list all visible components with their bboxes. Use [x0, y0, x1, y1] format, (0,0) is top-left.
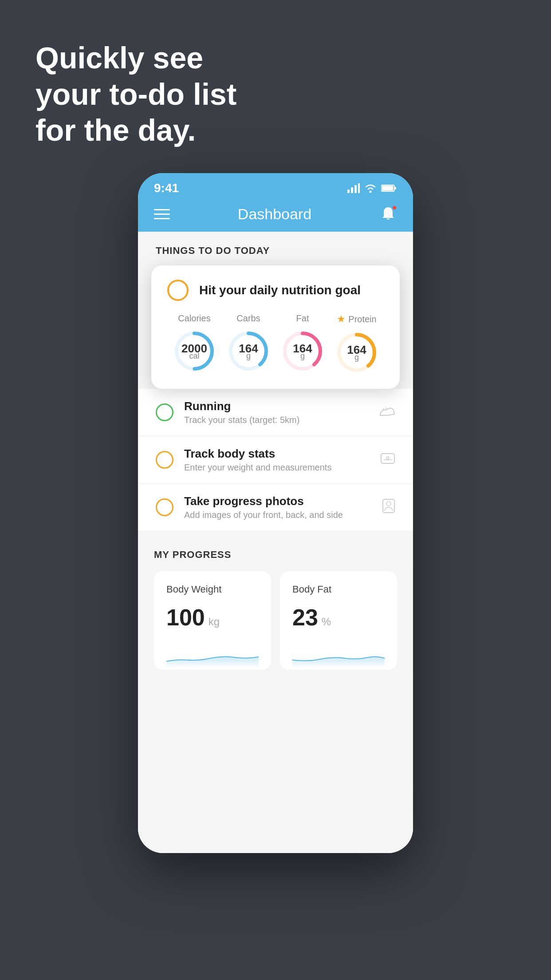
- scale-icon: [380, 452, 395, 468]
- status-icons: [347, 183, 397, 193]
- nutrition-card-header: Hit your daily nutrition goal: [167, 280, 384, 301]
- calories-ring-item: Calories 2000 cal: [172, 313, 216, 373]
- status-time: 9:41: [154, 181, 179, 195]
- svg-text:g: g: [246, 352, 251, 360]
- protein-label: ★ Protein: [337, 313, 376, 325]
- body-weight-number: 100: [166, 604, 205, 631]
- todo-circle-photos: [156, 498, 173, 516]
- fat-label: Fat: [296, 313, 309, 324]
- phone-content: THINGS TO DO TODAY Hit your daily nutrit…: [138, 232, 413, 853]
- todo-text-body-stats: Track body stats Enter your weight and m…: [184, 447, 370, 473]
- carbs-ring: 164 g: [226, 329, 271, 373]
- phone-shell: 9:41: [138, 173, 413, 853]
- hamburger-menu[interactable]: [154, 209, 170, 219]
- nav-title: Dashboard: [238, 205, 311, 223]
- progress-cards: Body Weight 100 kg: [154, 571, 397, 670]
- progress-section: MY PROGRESS Body Weight 100 kg: [138, 531, 413, 683]
- carbs-label: Carbs: [236, 313, 260, 324]
- svg-text:cal: cal: [189, 352, 199, 360]
- hero-text: Quickly see your to-do list for the day.: [35, 40, 236, 149]
- body-weight-value: 100 kg: [166, 604, 259, 631]
- nutrition-card[interactable]: Hit your daily nutrition goal Calories 2…: [151, 265, 400, 389]
- calories-label: Calories: [178, 313, 210, 324]
- things-today-title: THINGS TO DO TODAY: [156, 245, 270, 256]
- todo-subtitle-photos: Add images of your front, back, and side: [184, 510, 371, 520]
- portrait-icon: [382, 498, 395, 517]
- svg-point-4: [370, 191, 372, 193]
- body-fat-number: 23: [292, 604, 318, 631]
- hero-line2: your to-do list: [35, 76, 236, 113]
- todo-title-photos: Take progress photos: [184, 494, 371, 508]
- svg-rect-0: [347, 190, 350, 193]
- nutrition-card-title: Hit your daily nutrition goal: [199, 283, 361, 297]
- body-fat-unit: %: [322, 616, 331, 628]
- hero-line3: for the day.: [35, 112, 236, 149]
- body-weight-card[interactable]: Body Weight 100 kg: [154, 571, 271, 670]
- todo-subtitle-running: Track your stats (target: 5km): [184, 415, 369, 425]
- fat-ring: 164 g: [280, 329, 325, 373]
- todo-item-running[interactable]: Running Track your stats (target: 5km): [138, 389, 413, 436]
- protein-ring-item: ★ Protein 164 g: [335, 313, 379, 375]
- todo-list: Running Track your stats (target: 5km) T…: [138, 389, 413, 531]
- svg-rect-1: [351, 187, 353, 193]
- bell-button[interactable]: [379, 205, 397, 223]
- signal-icon: [347, 183, 360, 193]
- body-fat-label: Body Fat: [292, 584, 385, 595]
- svg-point-27: [386, 502, 391, 506]
- svg-point-25: [386, 457, 389, 459]
- status-bar: 9:41: [138, 173, 413, 198]
- calories-ring: 2000 cal: [172, 329, 216, 373]
- svg-rect-7: [394, 187, 396, 190]
- carbs-ring-item: Carbs 164 g: [226, 313, 271, 373]
- svg-rect-2: [354, 185, 357, 193]
- todo-item-body-stats[interactable]: Track body stats Enter your weight and m…: [138, 436, 413, 484]
- notification-dot: [392, 205, 397, 210]
- todo-circle-running: [156, 403, 173, 421]
- body-weight-unit: kg: [209, 616, 220, 628]
- battery-icon: [381, 184, 397, 192]
- body-fat-chart: [292, 641, 385, 668]
- svg-text:g: g: [354, 353, 359, 362]
- todo-circle-body-stats: [156, 451, 173, 469]
- fat-ring-item: Fat 164 g: [280, 313, 325, 373]
- body-weight-label: Body Weight: [166, 584, 259, 595]
- todo-title-body-stats: Track body stats: [184, 447, 370, 461]
- body-fat-card[interactable]: Body Fat 23 %: [280, 571, 397, 670]
- protein-star-icon: ★: [337, 313, 346, 325]
- nutrition-rings: Calories 2000 cal Carbs 164 g: [167, 313, 384, 375]
- svg-rect-6: [382, 186, 394, 191]
- todo-text-running: Running Track your stats (target: 5km): [184, 399, 369, 425]
- svg-rect-24: [381, 454, 394, 463]
- wifi-icon: [364, 183, 377, 193]
- progress-title: MY PROGRESS: [154, 549, 397, 561]
- svg-text:g: g: [300, 352, 305, 360]
- body-fat-value: 23 %: [292, 604, 385, 631]
- todo-subtitle-body-stats: Enter your weight and measurements: [184, 462, 370, 473]
- nutrition-check-circle: [167, 280, 189, 301]
- body-weight-chart: [166, 641, 259, 668]
- protein-ring: 164 g: [335, 330, 379, 375]
- todo-item-photos[interactable]: Take progress photos Add images of your …: [138, 484, 413, 531]
- hero-line1: Quickly see: [35, 40, 236, 76]
- todo-title-running: Running: [184, 399, 369, 413]
- shoe-icon: [379, 405, 395, 420]
- todo-text-photos: Take progress photos Add images of your …: [184, 494, 371, 520]
- things-today-header: THINGS TO DO TODAY: [138, 232, 413, 265]
- nav-bar: Dashboard: [138, 198, 413, 232]
- svg-rect-3: [358, 183, 360, 193]
